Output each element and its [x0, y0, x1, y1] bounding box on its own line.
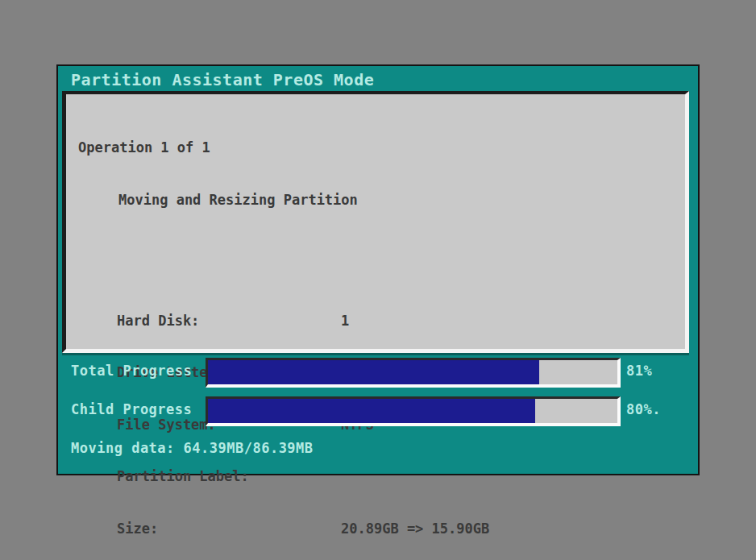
child-progress-label: Child Progress: [71, 401, 192, 417]
total-progress-fill: [208, 360, 539, 384]
operation-heading: Operation 1 of 1: [78, 139, 685, 157]
title-bar: Partition Assistant PreOS Mode: [58, 66, 698, 93]
desktop-background: Partition Assistant PreOS Mode Operation…: [0, 0, 756, 560]
field-row-partition-label: Partition Label:: [78, 468, 685, 486]
total-progress-percent: 81%: [626, 363, 652, 379]
field-value: 1: [341, 313, 349, 330]
child-progress-percent: 80%.: [626, 401, 661, 417]
field-label: Hard Disk:: [117, 313, 199, 330]
operation-subheading: Moving and Resizing Partition: [118, 192, 685, 209]
total-progress-bar: [206, 358, 621, 388]
field-row-size: Size: 20.89GB => 15.90GB: [78, 521, 685, 538]
field-label: File System:: [117, 417, 216, 434]
preos-dialog-window: Partition Assistant PreOS Mode Operation…: [56, 64, 700, 475]
window-title: Partition Assistant PreOS Mode: [71, 70, 374, 89]
child-progress-fill: [208, 399, 535, 423]
field-label: Partition Label:: [117, 468, 249, 486]
child-progress-bar: [206, 396, 621, 426]
operation-details-panel: Operation 1 of 1 Moving and Resizing Par…: [62, 91, 689, 353]
field-label: Size:: [117, 521, 158, 538]
field-value: 20.89GB => 15.90GB: [341, 521, 489, 538]
moving-data-status: Moving data: 64.39MB/86.39MB: [71, 440, 314, 456]
total-progress-label: Total Progress: [71, 363, 192, 379]
field-row-hard-disk: Hard Disk: 1: [78, 313, 685, 330]
